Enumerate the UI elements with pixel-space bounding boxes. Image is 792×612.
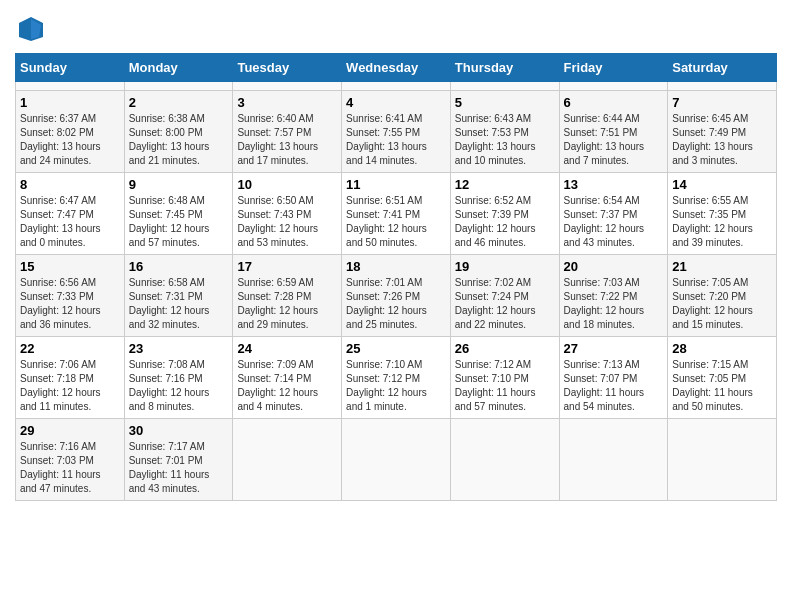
calendar-week-5: 29Sunrise: 7:16 AMSunset: 7:03 PMDayligh… xyxy=(16,419,777,501)
day-info: Sunrise: 7:08 AMSunset: 7:16 PMDaylight:… xyxy=(129,358,229,414)
day-header-monday: Monday xyxy=(124,54,233,82)
day-info: Sunrise: 6:45 AMSunset: 7:49 PMDaylight:… xyxy=(672,112,772,168)
calendar-cell: 12Sunrise: 6:52 AMSunset: 7:39 PMDayligh… xyxy=(450,173,559,255)
day-info: Sunrise: 7:16 AMSunset: 7:03 PMDaylight:… xyxy=(20,440,120,496)
day-info: Sunrise: 6:40 AMSunset: 7:57 PMDaylight:… xyxy=(237,112,337,168)
calendar-cell: 25Sunrise: 7:10 AMSunset: 7:12 PMDayligh… xyxy=(342,337,451,419)
calendar-cell: 10Sunrise: 6:50 AMSunset: 7:43 PMDayligh… xyxy=(233,173,342,255)
calendar-week-0 xyxy=(16,82,777,91)
calendar-cell xyxy=(668,419,777,501)
day-info: Sunrise: 7:12 AMSunset: 7:10 PMDaylight:… xyxy=(455,358,555,414)
day-info: Sunrise: 6:48 AMSunset: 7:45 PMDaylight:… xyxy=(129,194,229,250)
day-info: Sunrise: 6:55 AMSunset: 7:35 PMDaylight:… xyxy=(672,194,772,250)
day-info: Sunrise: 7:10 AMSunset: 7:12 PMDaylight:… xyxy=(346,358,446,414)
calendar-cell xyxy=(450,82,559,91)
day-number: 29 xyxy=(20,423,120,438)
day-info: Sunrise: 7:02 AMSunset: 7:24 PMDaylight:… xyxy=(455,276,555,332)
calendar-cell xyxy=(342,419,451,501)
day-number: 25 xyxy=(346,341,446,356)
day-info: Sunrise: 7:15 AMSunset: 7:05 PMDaylight:… xyxy=(672,358,772,414)
calendar-cell: 23Sunrise: 7:08 AMSunset: 7:16 PMDayligh… xyxy=(124,337,233,419)
calendar-cell xyxy=(16,82,125,91)
day-number: 17 xyxy=(237,259,337,274)
day-info: Sunrise: 6:41 AMSunset: 7:55 PMDaylight:… xyxy=(346,112,446,168)
day-number: 7 xyxy=(672,95,772,110)
day-number: 21 xyxy=(672,259,772,274)
day-info: Sunrise: 7:06 AMSunset: 7:18 PMDaylight:… xyxy=(20,358,120,414)
day-number: 18 xyxy=(346,259,446,274)
day-number: 22 xyxy=(20,341,120,356)
day-info: Sunrise: 6:44 AMSunset: 7:51 PMDaylight:… xyxy=(564,112,664,168)
day-number: 20 xyxy=(564,259,664,274)
calendar-cell: 5Sunrise: 6:43 AMSunset: 7:53 PMDaylight… xyxy=(450,91,559,173)
calendar-cell: 18Sunrise: 7:01 AMSunset: 7:26 PMDayligh… xyxy=(342,255,451,337)
calendar-cell xyxy=(559,419,668,501)
calendar-cell: 29Sunrise: 7:16 AMSunset: 7:03 PMDayligh… xyxy=(16,419,125,501)
day-info: Sunrise: 6:56 AMSunset: 7:33 PMDaylight:… xyxy=(20,276,120,332)
calendar-cell: 6Sunrise: 6:44 AMSunset: 7:51 PMDaylight… xyxy=(559,91,668,173)
day-info: Sunrise: 7:13 AMSunset: 7:07 PMDaylight:… xyxy=(564,358,664,414)
calendar-cell xyxy=(559,82,668,91)
calendar-cell: 16Sunrise: 6:58 AMSunset: 7:31 PMDayligh… xyxy=(124,255,233,337)
calendar-cell: 27Sunrise: 7:13 AMSunset: 7:07 PMDayligh… xyxy=(559,337,668,419)
day-number: 1 xyxy=(20,95,120,110)
calendar-cell: 2Sunrise: 6:38 AMSunset: 8:00 PMDaylight… xyxy=(124,91,233,173)
day-info: Sunrise: 6:58 AMSunset: 7:31 PMDaylight:… xyxy=(129,276,229,332)
day-header-thursday: Thursday xyxy=(450,54,559,82)
page-header xyxy=(15,15,777,43)
day-number: 15 xyxy=(20,259,120,274)
calendar-cell: 9Sunrise: 6:48 AMSunset: 7:45 PMDaylight… xyxy=(124,173,233,255)
logo xyxy=(15,15,47,43)
day-header-saturday: Saturday xyxy=(668,54,777,82)
calendar-week-1: 1Sunrise: 6:37 AMSunset: 8:02 PMDaylight… xyxy=(16,91,777,173)
calendar-cell xyxy=(668,82,777,91)
day-number: 3 xyxy=(237,95,337,110)
day-number: 23 xyxy=(129,341,229,356)
day-info: Sunrise: 6:51 AMSunset: 7:41 PMDaylight:… xyxy=(346,194,446,250)
calendar-cell xyxy=(233,419,342,501)
calendar-cell: 19Sunrise: 7:02 AMSunset: 7:24 PMDayligh… xyxy=(450,255,559,337)
day-header-friday: Friday xyxy=(559,54,668,82)
calendar-cell: 26Sunrise: 7:12 AMSunset: 7:10 PMDayligh… xyxy=(450,337,559,419)
day-info: Sunrise: 6:59 AMSunset: 7:28 PMDaylight:… xyxy=(237,276,337,332)
day-number: 5 xyxy=(455,95,555,110)
day-number: 8 xyxy=(20,177,120,192)
day-number: 19 xyxy=(455,259,555,274)
day-number: 24 xyxy=(237,341,337,356)
day-header-sunday: Sunday xyxy=(16,54,125,82)
day-info: Sunrise: 6:54 AMSunset: 7:37 PMDaylight:… xyxy=(564,194,664,250)
calendar-cell: 24Sunrise: 7:09 AMSunset: 7:14 PMDayligh… xyxy=(233,337,342,419)
day-number: 13 xyxy=(564,177,664,192)
calendar-cell: 8Sunrise: 6:47 AMSunset: 7:47 PMDaylight… xyxy=(16,173,125,255)
day-number: 26 xyxy=(455,341,555,356)
day-number: 16 xyxy=(129,259,229,274)
calendar-cell: 13Sunrise: 6:54 AMSunset: 7:37 PMDayligh… xyxy=(559,173,668,255)
calendar-cell: 11Sunrise: 6:51 AMSunset: 7:41 PMDayligh… xyxy=(342,173,451,255)
day-number: 27 xyxy=(564,341,664,356)
day-info: Sunrise: 7:05 AMSunset: 7:20 PMDaylight:… xyxy=(672,276,772,332)
calendar-cell: 22Sunrise: 7:06 AMSunset: 7:18 PMDayligh… xyxy=(16,337,125,419)
day-info: Sunrise: 6:50 AMSunset: 7:43 PMDaylight:… xyxy=(237,194,337,250)
calendar-header-row: SundayMondayTuesdayWednesdayThursdayFrid… xyxy=(16,54,777,82)
calendar-cell: 20Sunrise: 7:03 AMSunset: 7:22 PMDayligh… xyxy=(559,255,668,337)
calendar-cell: 4Sunrise: 6:41 AMSunset: 7:55 PMDaylight… xyxy=(342,91,451,173)
calendar-cell: 17Sunrise: 6:59 AMSunset: 7:28 PMDayligh… xyxy=(233,255,342,337)
calendar-cell xyxy=(342,82,451,91)
day-number: 9 xyxy=(129,177,229,192)
calendar-cell: 1Sunrise: 6:37 AMSunset: 8:02 PMDaylight… xyxy=(16,91,125,173)
calendar-week-3: 15Sunrise: 6:56 AMSunset: 7:33 PMDayligh… xyxy=(16,255,777,337)
day-info: Sunrise: 6:37 AMSunset: 8:02 PMDaylight:… xyxy=(20,112,120,168)
day-info: Sunrise: 7:03 AMSunset: 7:22 PMDaylight:… xyxy=(564,276,664,332)
calendar-cell xyxy=(450,419,559,501)
day-number: 28 xyxy=(672,341,772,356)
day-info: Sunrise: 6:43 AMSunset: 7:53 PMDaylight:… xyxy=(455,112,555,168)
day-number: 10 xyxy=(237,177,337,192)
calendar-cell xyxy=(233,82,342,91)
calendar-table: SundayMondayTuesdayWednesdayThursdayFrid… xyxy=(15,53,777,501)
calendar-week-4: 22Sunrise: 7:06 AMSunset: 7:18 PMDayligh… xyxy=(16,337,777,419)
day-number: 11 xyxy=(346,177,446,192)
calendar-week-2: 8Sunrise: 6:47 AMSunset: 7:47 PMDaylight… xyxy=(16,173,777,255)
day-info: Sunrise: 7:17 AMSunset: 7:01 PMDaylight:… xyxy=(129,440,229,496)
calendar-cell: 14Sunrise: 6:55 AMSunset: 7:35 PMDayligh… xyxy=(668,173,777,255)
day-info: Sunrise: 6:38 AMSunset: 8:00 PMDaylight:… xyxy=(129,112,229,168)
